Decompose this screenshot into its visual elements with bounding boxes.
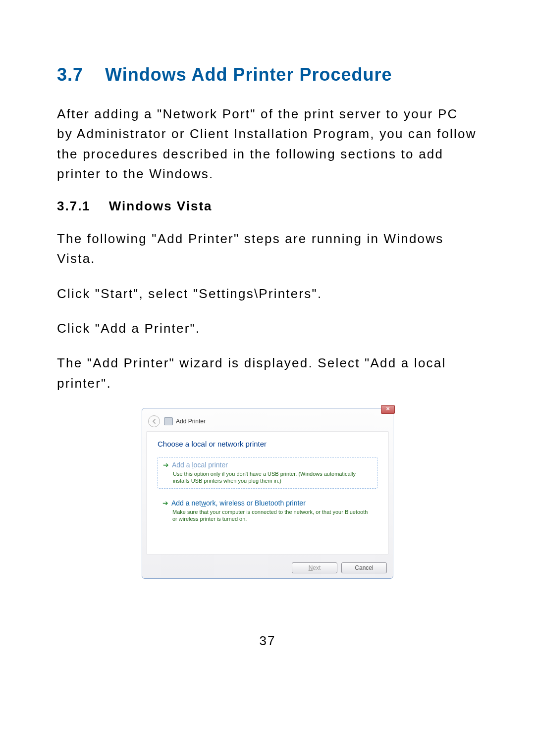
- add-printer-dialog: ✕ Add Printer Choose a local or network …: [142, 408, 393, 579]
- close-icon[interactable]: ✕: [381, 405, 395, 414]
- option-network-title: Add a network, wireless or Bluetooth pri…: [171, 499, 306, 507]
- paragraph-5: The "Add Printer" wizard is displayed. S…: [57, 353, 478, 393]
- option-network-desc: Make sure that your computer is connecte…: [172, 508, 373, 522]
- arrow-icon: ➔: [163, 460, 169, 469]
- subheading-number: 3.7.1: [57, 199, 91, 213]
- heading-number: 3.7: [57, 64, 83, 85]
- paragraph-3: Click "Start", select "Settings\Printers…: [57, 284, 478, 303]
- next-button[interactable]: Next: [292, 562, 337, 573]
- option-local-desc: Use this option only if you don't have a…: [173, 470, 372, 484]
- dialog-footer: Next Cancel: [142, 558, 393, 578]
- heading-title: Windows Add Printer Procedure: [105, 64, 392, 85]
- option-add-local-printer[interactable]: ➔ Add a local printer Use this option on…: [158, 457, 377, 489]
- page-number: 37: [57, 633, 478, 649]
- back-icon[interactable]: [148, 415, 160, 427]
- intro-paragraph: After adding a "Network Port" of the pri…: [57, 104, 478, 184]
- cancel-button[interactable]: Cancel: [341, 562, 387, 573]
- printer-icon: [164, 417, 173, 425]
- paragraph-2: The following "Add Printer" steps are ru…: [57, 229, 478, 269]
- paragraph-4: Click "Add a Printer".: [57, 318, 478, 338]
- option-local-title: Add a local printer: [172, 460, 228, 469]
- option-add-network-printer[interactable]: ➔ Add a network, wireless or Bluetooth p…: [158, 497, 377, 526]
- dialog-body: Choose a local or network printer ➔ Add …: [146, 431, 389, 554]
- subheading-title: Windows Vista: [109, 199, 213, 213]
- subsection-heading: 3.7.1 Windows Vista: [57, 199, 478, 214]
- arrow-icon: ➔: [162, 499, 168, 507]
- dialog-header: Add Printer: [142, 408, 393, 430]
- section-heading: 3.7 Windows Add Printer Procedure: [57, 64, 478, 85]
- dialog-title: Add Printer: [175, 418, 206, 425]
- dialog-subhead: Choose a local or network printer: [158, 440, 377, 448]
